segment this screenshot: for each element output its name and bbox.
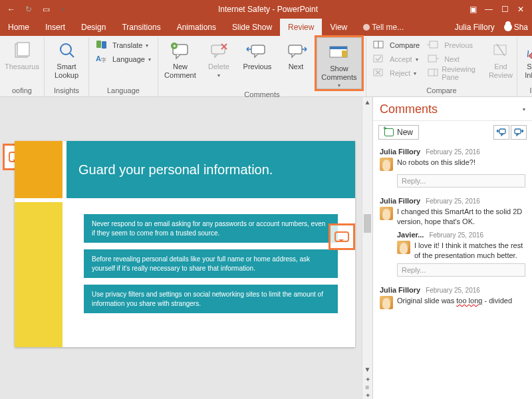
slide-sep-icon: ≡	[366, 384, 370, 391]
comment-text: I love it! I think it matches the rest o…	[414, 241, 525, 261]
svg-rect-14	[251, 45, 265, 54]
group-label-insights: Insights	[49, 85, 84, 96]
end-review-button[interactable]: End Review	[489, 37, 513, 79]
tell-me-input[interactable]: Tell me...	[355, 19, 412, 36]
window-title: Internet Safety - PowerPoint	[70, 5, 466, 14]
delete-comment-button[interactable]: Delete▾	[201, 37, 237, 78]
translate-button[interactable]: Translate▾	[93, 39, 154, 52]
qat-more-icon[interactable]: ▾	[56, 2, 70, 17]
slide-accent-yellow	[15, 202, 63, 347]
accept-icon	[373, 54, 386, 65]
compare-next-button[interactable]: Next	[425, 53, 486, 66]
show-comments-icon	[329, 42, 350, 63]
slide-accent-orange	[15, 141, 63, 198]
scroll-up-icon[interactable]: ▲	[362, 97, 372, 108]
pane-menu-icon[interactable]: ▾	[523, 106, 525, 112]
reviewing-pane-button[interactable]: Reviewing Pane	[425, 66, 486, 80]
signed-in-user[interactable]: Julia Fillory	[448, 19, 501, 36]
avatar	[380, 207, 393, 220]
comment-marker-2[interactable]	[329, 223, 355, 250]
tab-home[interactable]: Home	[0, 19, 37, 36]
tab-review[interactable]: Review	[280, 19, 322, 36]
tab-view[interactable]: View	[322, 19, 355, 36]
language-button[interactable]: A字Language▾	[93, 53, 154, 66]
comment-thread[interactable]: Julia FilloryFebruary 25, 2016 Original …	[373, 282, 532, 315]
display-options-icon[interactable]: ▣	[466, 2, 480, 17]
svg-line-30	[497, 44, 505, 56]
maximize-icon[interactable]: ☐	[497, 2, 512, 17]
svg-rect-17	[330, 47, 347, 49]
group-label-language: Language	[93, 85, 154, 96]
reject-icon	[373, 68, 386, 78]
svg-rect-27	[428, 69, 438, 76]
show-comments-button[interactable]: Show Comments▾	[319, 39, 360, 88]
comment-author: Julia Fillory	[380, 197, 420, 205]
start-inking-button[interactable]: Start Inking	[521, 37, 532, 79]
svg-line-3	[70, 53, 74, 57]
reject-button[interactable]: Reject ▾	[370, 66, 422, 80]
comment-thread[interactable]: Julia FilloryFebruary 25, 2016 No robots…	[373, 144, 532, 193]
group-label-ink: Ink	[521, 85, 532, 96]
scroll-down-icon[interactable]: ▼	[364, 364, 371, 375]
bulb-icon	[363, 24, 370, 31]
close-icon[interactable]: ✕	[513, 2, 528, 17]
minimize-icon[interactable]: —	[481, 2, 496, 17]
reply-input[interactable]: Reply...	[397, 174, 525, 188]
thesaurus-icon	[11, 40, 33, 61]
new-comment-button[interactable]: ✦ New Comment	[162, 37, 198, 79]
tab-insert[interactable]: Insert	[37, 19, 73, 36]
svg-rect-32	[515, 129, 521, 134]
tab-design[interactable]: Design	[73, 19, 114, 36]
previous-thread-button[interactable]	[493, 125, 509, 140]
scroll-thumb[interactable]	[364, 214, 371, 233]
compare-button[interactable]: Compare	[370, 39, 422, 52]
tab-transitions[interactable]: Transitions	[114, 19, 168, 36]
thesaurus-button[interactable]: Thesaurus	[4, 37, 40, 71]
slide: Guard your personal information. Never r…	[15, 141, 355, 347]
slide-title: Guard your personal information.	[66, 141, 355, 198]
next-thread-button[interactable]	[511, 125, 527, 140]
next-slide-icon[interactable]: ✦	[365, 392, 370, 399]
avatar	[397, 241, 410, 254]
comment-thread[interactable]: Julia FilloryFebruary 25, 2016 I changed…	[373, 193, 532, 282]
end-review-icon	[490, 40, 511, 61]
back-icon[interactable]: ←	[4, 2, 19, 17]
svg-rect-29	[494, 45, 506, 55]
start-from-beginning-icon[interactable]: ▭	[39, 2, 53, 17]
slide-tip-1: Never respond to an email asking for any…	[84, 214, 338, 243]
comment-author: Julia Fillory	[380, 286, 420, 294]
vertical-scrollbar[interactable]: ▲ ▼ ✦ ≡ ✦	[362, 97, 372, 399]
compare-previous-button[interactable]: Previous	[425, 39, 486, 52]
accept-button[interactable]: Accept ▾	[370, 53, 422, 66]
prev-change-icon	[428, 40, 441, 51]
svg-text:A: A	[96, 55, 101, 63]
svg-text:字: 字	[101, 57, 106, 63]
comments-pane: Comments ▾ New Julia FilloryFebruary 25,…	[372, 97, 532, 399]
ribbon: Thesaurus oofing Smart Lookup Insights T…	[0, 36, 532, 97]
comment-date: February 25, 2016	[426, 287, 480, 294]
svg-rect-31	[499, 129, 505, 134]
previous-comment-button[interactable]: Previous	[239, 37, 275, 71]
comment-author: Javier...	[397, 231, 424, 239]
next-comment-button[interactable]: Next	[278, 37, 314, 71]
share-button[interactable]: Sha	[501, 19, 532, 36]
comment-author: Julia Fillory	[380, 148, 420, 156]
person-icon	[504, 23, 512, 31]
new-comment-pane-button[interactable]: New	[378, 125, 419, 140]
ink-icon	[524, 40, 532, 61]
reviewing-pane-icon	[428, 68, 438, 78]
previous-comment-icon	[247, 40, 268, 61]
language-icon: A字	[96, 54, 109, 65]
comments-pane-title: Comments	[380, 102, 523, 116]
comment-text: I changed this SmartArt to the solid 2D …	[397, 207, 525, 227]
svg-rect-15	[289, 45, 302, 54]
redo-icon[interactable]: ↻	[21, 2, 36, 17]
translate-icon	[96, 40, 109, 51]
comment-text: Original slide was too long - divided	[397, 296, 512, 306]
smart-lookup-button[interactable]: Smart Lookup	[49, 37, 84, 79]
prev-slide-icon[interactable]: ✦	[365, 376, 370, 383]
tab-animations[interactable]: Animations	[169, 19, 224, 36]
tab-slideshow[interactable]: Slide Show	[224, 19, 280, 36]
reply-input[interactable]: Reply...	[397, 263, 525, 277]
slide-canvas[interactable]: Guard your personal information. Never r…	[0, 97, 372, 399]
